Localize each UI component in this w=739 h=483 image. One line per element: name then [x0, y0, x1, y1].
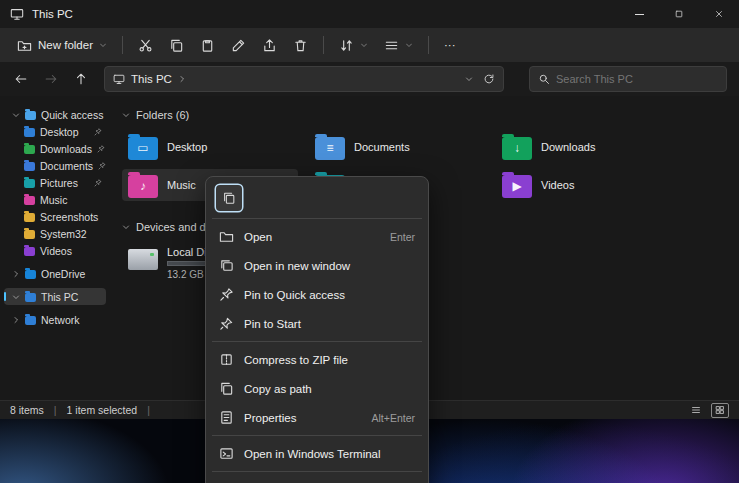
videos-folder-icon: ▶ [502, 175, 532, 198]
menu-item-compress-zip[interactable]: Compress to ZIP file [210, 345, 424, 374]
window-title: This PC [32, 8, 73, 20]
close-button[interactable] [699, 0, 739, 28]
address-dropdown-icon[interactable] [465, 75, 473, 83]
chevron-right-icon[interactable] [12, 270, 20, 278]
music-folder-icon: ♪ [128, 175, 158, 198]
hard-drive-icon [128, 249, 158, 270]
folder-tile-documents[interactable]: ≡ Documents [309, 131, 485, 163]
minimize-button[interactable] [619, 0, 659, 28]
items-count: 8 items [10, 404, 44, 416]
window-controls [619, 0, 739, 28]
sidebar-item-pictures[interactable]: Pictures [4, 174, 106, 191]
address-bar[interactable]: This PC [104, 66, 504, 92]
pushpin-icon [219, 316, 234, 331]
search-box[interactable] [529, 66, 727, 92]
onedrive-icon [25, 270, 36, 279]
sidebar-item-this-pc[interactable]: This PC [4, 288, 106, 305]
music-icon [24, 196, 35, 205]
forward-button[interactable] [38, 66, 64, 92]
sidebar-item-system32[interactable]: System32 [4, 225, 106, 242]
sidebar-item-videos[interactable]: Videos [4, 242, 106, 259]
folder-tile-videos[interactable]: ▶ Videos [496, 169, 672, 201]
sidebar-item-screenshots[interactable]: Screenshots [4, 208, 106, 225]
downloads-folder-icon: ↓ [502, 137, 532, 160]
more-options-button[interactable]: ··· [437, 32, 463, 58]
sidebar-item-onedrive[interactable]: OneDrive [4, 265, 106, 282]
navigation-bar: This PC [0, 62, 739, 96]
toolbar-separator [122, 36, 123, 54]
pin-icon [98, 162, 106, 170]
sort-button[interactable] [332, 32, 375, 58]
back-button[interactable] [8, 66, 34, 92]
chevron-down-icon[interactable] [12, 111, 20, 119]
search-input[interactable] [556, 73, 696, 85]
properties-icon [219, 410, 234, 425]
context-menu: Open Enter Open in new window Pin to Qui… [205, 176, 429, 483]
up-button[interactable] [68, 66, 94, 92]
context-menu-quick-actions [210, 181, 424, 215]
rename-button[interactable] [224, 32, 253, 58]
chevron-down-icon [122, 111, 130, 119]
breadcrumb[interactable]: This PC [131, 73, 172, 85]
chevron-down-icon [122, 223, 130, 231]
folders-section-header[interactable]: Folders (6) [122, 106, 739, 124]
copy-path-icon [219, 381, 234, 396]
menu-item-open-terminal[interactable]: Open in Windows Terminal [210, 439, 424, 468]
folder-icon [24, 213, 35, 222]
sidebar-item-network[interactable]: Network [4, 311, 106, 328]
cut-button[interactable] [131, 32, 160, 58]
chevron-down-icon[interactable] [12, 293, 20, 301]
delete-button[interactable] [286, 32, 315, 58]
new-folder-button[interactable]: New folder [10, 32, 114, 58]
toolbar-separator [323, 36, 324, 54]
pictures-icon [24, 179, 35, 188]
folder-tile-desktop[interactable]: ▭ Desktop [122, 131, 298, 163]
open-icon [219, 229, 234, 244]
share-button[interactable] [255, 32, 284, 58]
menu-item-copy-as-path[interactable]: Copy as path [210, 374, 424, 403]
menu-item-properties[interactable]: Properties Alt+Enter [210, 403, 424, 432]
sidebar-item-downloads[interactable]: Downloads [4, 140, 106, 157]
menu-separator [212, 435, 422, 436]
chevron-down-icon [99, 41, 107, 49]
chevron-down-icon [405, 41, 413, 49]
large-icons-view-button[interactable] [711, 403, 729, 418]
paste-button[interactable] [193, 32, 222, 58]
pc-icon [113, 73, 125, 85]
details-view-button[interactable] [687, 403, 705, 418]
sidebar-item-desktop[interactable]: Desktop [4, 123, 106, 140]
chevron-right-icon[interactable] [12, 316, 20, 324]
pc-icon [25, 293, 36, 302]
pin-icon [219, 287, 234, 302]
menu-item-open[interactable]: Open Enter [210, 222, 424, 251]
quick-access-icon [25, 111, 36, 120]
new-folder-label: New folder [38, 39, 93, 51]
sidebar-item-quick-access[interactable]: Quick access [4, 106, 106, 123]
new-folder-icon [17, 38, 32, 53]
terminal-icon [219, 446, 234, 461]
documents-folder-icon: ≡ [315, 137, 345, 160]
menu-item-pin-quick-access[interactable]: Pin to Quick access [210, 280, 424, 309]
copy-quick-action[interactable] [216, 185, 242, 211]
view-button[interactable] [377, 32, 420, 58]
menu-item-show-more-options[interactable]: Show more options Shift+F10 [210, 475, 424, 483]
folder-icon [24, 230, 35, 239]
desktop-icon [24, 128, 35, 137]
maximize-button[interactable] [659, 0, 699, 28]
menu-item-pin-start[interactable]: Pin to Start [210, 309, 424, 338]
pin-icon [97, 145, 105, 153]
folder-tile-downloads[interactable]: ↓ Downloads [496, 131, 672, 163]
sidebar-item-documents[interactable]: Documents [4, 157, 106, 174]
refresh-icon[interactable] [483, 73, 495, 85]
menu-separator [212, 218, 422, 219]
pin-icon [94, 128, 102, 136]
copy-icon [222, 191, 236, 205]
breadcrumb-chevron-icon[interactable] [178, 75, 186, 83]
menu-separator [212, 471, 422, 472]
desktop: This PC New folder [0, 0, 739, 483]
menu-item-open-new-window[interactable]: Open in new window [210, 251, 424, 280]
title-bar[interactable]: This PC [0, 0, 739, 28]
copy-button[interactable] [162, 32, 191, 58]
app-icon [10, 7, 24, 21]
sidebar-item-music[interactable]: Music [4, 191, 106, 208]
